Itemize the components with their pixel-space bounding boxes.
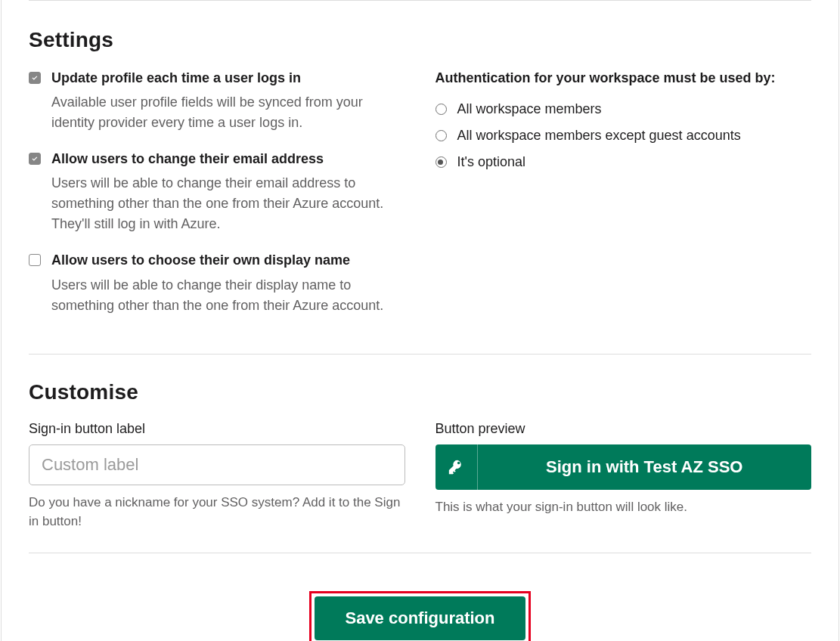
option-description: Available user profile fields will be sy… xyxy=(51,92,405,133)
section-divider xyxy=(29,553,811,553)
signin-preview-button[interactable]: Sign in with Test AZ SSO xyxy=(435,444,812,490)
option-description: Users will be able to change their displ… xyxy=(51,275,405,316)
radio-label: All workspace members except guest accou… xyxy=(457,128,741,144)
option-allow-display-name[interactable]: Allow users to choose their own display … xyxy=(29,251,405,315)
auth-group-title: Authentication for your workspace must b… xyxy=(435,69,812,88)
radio-icon[interactable] xyxy=(435,156,447,168)
signin-label-input[interactable] xyxy=(29,444,405,485)
option-update-profile[interactable]: Update profile each time a user logs in … xyxy=(29,69,405,133)
checkbox-icon[interactable] xyxy=(29,153,41,165)
checkbox-icon[interactable] xyxy=(29,72,41,84)
signin-label-help: Do you have a nickname for your SSO syst… xyxy=(29,493,405,531)
checkbox-icon[interactable] xyxy=(29,254,41,266)
signin-label-field-label: Sign-in button label xyxy=(29,421,405,437)
section-divider xyxy=(29,354,811,355)
save-button-highlight: Save configuration xyxy=(309,591,530,641)
auth-choice-optional[interactable]: It's optional xyxy=(435,154,812,170)
customise-heading: Customise xyxy=(29,380,811,404)
settings-options: Update profile each time a user logs in … xyxy=(29,69,405,333)
option-title: Allow users to choose their own display … xyxy=(51,251,405,270)
auth-choice-all-members[interactable]: All workspace members xyxy=(435,101,812,117)
auth-choice-except-guests[interactable]: All workspace members except guest accou… xyxy=(435,128,812,144)
radio-icon[interactable] xyxy=(435,130,447,141)
button-preview-label: Button preview xyxy=(435,421,812,437)
key-icon xyxy=(435,444,478,490)
radio-label: All workspace members xyxy=(457,101,602,117)
save-configuration-button[interactable]: Save configuration xyxy=(315,596,525,640)
radio-icon[interactable] xyxy=(435,104,447,115)
option-allow-email-change[interactable]: Allow users to change their email addres… xyxy=(29,150,405,234)
option-title: Update profile each time a user logs in xyxy=(51,69,405,88)
settings-heading: Settings xyxy=(29,28,811,52)
signin-preview-text: Sign in with Test AZ SSO xyxy=(478,444,812,490)
button-preview-help: This is what your sign-in button will lo… xyxy=(435,497,812,517)
auth-requirement-group: Authentication for your workspace must b… xyxy=(435,69,812,333)
option-description: Users will be able to change their email… xyxy=(51,173,405,234)
option-title: Allow users to change their email addres… xyxy=(51,150,405,169)
radio-label: It's optional xyxy=(457,154,526,170)
